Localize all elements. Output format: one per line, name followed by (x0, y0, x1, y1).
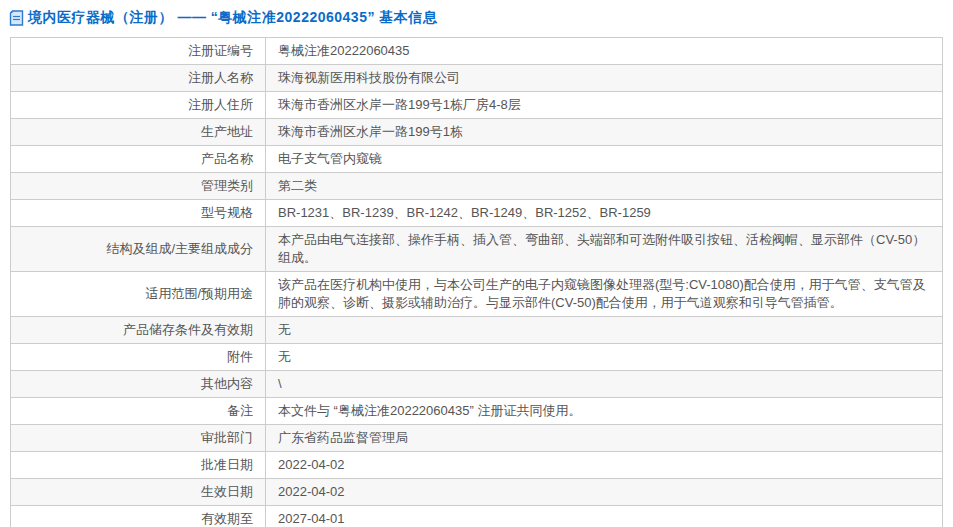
row-value: 无 (266, 317, 943, 344)
row-label: 结构及组成/主要组成成分 (11, 227, 266, 272)
row-label: 附件 (11, 344, 266, 371)
row-value: 2022-04-02 (266, 479, 943, 506)
row-value: 本文件与 “粤械注准20222060435” 注册证共同使用。 (266, 398, 943, 425)
table-row: 注册证编号 粤械注准20222060435 (11, 38, 943, 65)
row-value: 电子支气管内窥镜 (266, 146, 943, 173)
table-row: 管理类别 第二类 (11, 173, 943, 200)
table-row: 型号规格 BR-1231、BR-1239、BR-1242、BR-1249、BR-… (11, 200, 943, 227)
row-value: 本产品由电气连接部、操作手柄、插入管、弯曲部、头端部和可选附件吸引按钮、活检阀帽… (266, 227, 943, 272)
table-row: 批准日期 2022-04-02 (11, 452, 943, 479)
row-label: 适用范围/预期用途 (11, 272, 266, 317)
row-value: 无 (266, 344, 943, 371)
page-header: 境内医疗器械（注册） —— “粤械注准20222060435” 基本信息 (0, 0, 953, 29)
row-value: 珠海市香洲区水岸一路199号1栋 (266, 119, 943, 146)
row-label: 生产地址 (11, 119, 266, 146)
table-row: 生效日期 2022-04-02 (11, 479, 943, 506)
row-label: 产品名称 (11, 146, 266, 173)
row-label: 产品储存条件及有效期 (11, 317, 266, 344)
table-row: 产品名称 电子支气管内窥镜 (11, 146, 943, 173)
row-value: 广东省药品监督管理局 (266, 425, 943, 452)
row-value: 该产品在医疗机构中使用，与本公司生产的电子内窥镜图像处理器(型号:CV-1080… (266, 272, 943, 317)
row-value: 2022-04-02 (266, 452, 943, 479)
row-label: 注册人名称 (11, 65, 266, 92)
table-row: 结构及组成/主要组成成分 本产品由电气连接部、操作手柄、插入管、弯曲部、头端部和… (11, 227, 943, 272)
row-label: 其他内容 (11, 371, 266, 398)
row-label: 生效日期 (11, 479, 266, 506)
table-row: 备注 本文件与 “粤械注准20222060435” 注册证共同使用。 (11, 398, 943, 425)
row-value: \ (266, 371, 943, 398)
row-value: 粤械注准20222060435 (266, 38, 943, 65)
table-row: 附件 无 (11, 344, 943, 371)
page-title: 境内医疗器械（注册） —— “粤械注准20222060435” 基本信息 (28, 9, 437, 27)
table-row: 生产地址 珠海市香洲区水岸一路199号1栋 (11, 119, 943, 146)
document-icon (9, 10, 24, 26)
row-value: 珠海视新医用科技股份有限公司 (266, 65, 943, 92)
table-row: 产品储存条件及有效期 无 (11, 317, 943, 344)
row-value: 珠海市香洲区水岸一路199号1栋厂房4-8层 (266, 92, 943, 119)
row-label: 有效期至 (11, 506, 266, 527)
row-label: 注册人住所 (11, 92, 266, 119)
table-row: 注册人住所 珠海市香洲区水岸一路199号1栋厂房4-8层 (11, 92, 943, 119)
row-label: 注册证编号 (11, 38, 266, 65)
row-label: 审批部门 (11, 425, 266, 452)
row-label: 型号规格 (11, 200, 266, 227)
table-row: 其他内容 \ (11, 371, 943, 398)
row-label: 管理类别 (11, 173, 266, 200)
table-row: 注册人名称 珠海视新医用科技股份有限公司 (11, 65, 943, 92)
table-row: 有效期至 2027-04-01 (11, 506, 943, 527)
row-value: 2027-04-01 (266, 506, 943, 527)
row-value: 第二类 (266, 173, 943, 200)
device-info-table: 注册证编号 粤械注准20222060435 注册人名称 珠海视新医用科技股份有限… (10, 37, 943, 527)
table-row: 审批部门 广东省药品监督管理局 (11, 425, 943, 452)
row-label: 备注 (11, 398, 266, 425)
row-label: 批准日期 (11, 452, 266, 479)
row-value: BR-1231、BR-1239、BR-1242、BR-1249、BR-1252、… (266, 200, 943, 227)
info-table-body: 注册证编号 粤械注准20222060435 注册人名称 珠海视新医用科技股份有限… (11, 38, 943, 527)
table-row: 适用范围/预期用途 该产品在医疗机构中使用，与本公司生产的电子内窥镜图像处理器(… (11, 272, 943, 317)
